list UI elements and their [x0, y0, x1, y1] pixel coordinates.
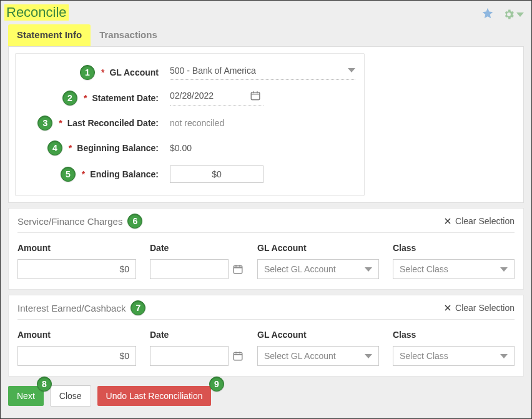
tab-statement-info[interactable]: Statement Info [8, 24, 91, 46]
interest-date-input[interactable] [150, 346, 229, 366]
section-title-interest: Interest Earned/Cashback [17, 303, 126, 313]
interest-gl-label: GL Account [257, 330, 379, 340]
calendar-icon[interactable] [232, 350, 244, 362]
select-placeholder: Select GL Account [264, 264, 336, 274]
close-icon [444, 217, 451, 225]
step-badge-7: 7 [131, 300, 145, 315]
step-badge-6: 6 [127, 214, 142, 229]
required-marker: * [101, 67, 104, 77]
required-marker: * [69, 143, 72, 153]
statement-date-label: Statement Date: [92, 93, 159, 103]
beginning-balance-label: Beginning Balance: [77, 143, 159, 153]
gl-account-value: 500 - Bank of America [170, 66, 256, 76]
step-badge-4: 4 [47, 140, 62, 155]
service-finance-charges-section: Service/Finance Charges 6 Clear Selectio… [8, 208, 524, 290]
clear-selection-label: Clear Selection [455, 303, 515, 313]
chevron-down-icon [500, 354, 508, 358]
page-title: Reconcile [4, 4, 69, 21]
chevron-down-icon [365, 267, 372, 272]
beginning-balance-value: $0.00 [170, 143, 192, 153]
undo-last-reconciliation-button[interactable]: Undo Last Reconciliation [97, 386, 212, 406]
gl-account-select[interactable]: 500 - Bank of America [170, 66, 355, 80]
clear-selection-label: Clear Selection [455, 216, 515, 226]
tab-transactions[interactable]: Transactions [91, 24, 166, 46]
interest-class-select[interactable]: Select Class [393, 346, 515, 366]
close-button[interactable]: Close [50, 385, 91, 407]
gear-icon[interactable] [503, 8, 524, 21]
step-badge-9: 9 [209, 377, 224, 392]
interest-amount-input[interactable] [17, 346, 136, 366]
select-placeholder: Select Class [400, 351, 448, 361]
interest-earned-section: Interest Earned/Cashback 7 Clear Selecti… [8, 295, 524, 377]
favorite-icon[interactable] [481, 7, 494, 22]
chevron-down-icon [348, 68, 355, 72]
step-badge-1: 1 [80, 65, 95, 80]
charges-date-input[interactable] [150, 259, 229, 279]
required-marker: * [84, 93, 87, 103]
ending-balance-label: Ending Balance: [90, 169, 159, 179]
svg-rect-2 [234, 353, 242, 360]
interest-gl-select[interactable]: Select GL Account [257, 346, 379, 366]
clear-selection-interest[interactable]: Clear Selection [444, 303, 515, 313]
step-badge-2: 2 [62, 91, 77, 106]
chevron-down-icon [365, 354, 372, 358]
required-marker: * [59, 118, 62, 128]
select-placeholder: Select Class [400, 264, 448, 274]
interest-date-label: Date [150, 330, 244, 340]
charges-date-label: Date [150, 243, 244, 253]
required-marker: * [82, 169, 85, 179]
chevron-down-icon [500, 267, 508, 272]
step-badge-3: 3 [37, 116, 52, 131]
charges-amount-input[interactable] [17, 259, 136, 279]
svg-rect-1 [234, 266, 242, 274]
step-badge-5: 5 [61, 167, 76, 182]
calendar-icon[interactable] [250, 90, 261, 101]
statement-form: 1 * GL Account 500 - Bank of America 2 *… [15, 53, 365, 196]
interest-class-label: Class [393, 330, 515, 340]
charges-class-select[interactable]: Select Class [393, 259, 515, 279]
charges-gl-select[interactable]: Select GL Account [257, 259, 379, 279]
select-placeholder: Select GL Account [264, 351, 336, 361]
clear-selection-charges[interactable]: Clear Selection [444, 216, 515, 226]
interest-amount-label: Amount [17, 330, 136, 340]
charges-class-label: Class [393, 243, 515, 253]
close-icon [444, 304, 451, 312]
calendar-icon[interactable] [232, 264, 244, 275]
last-reconciled-label: Last Reconciled Date: [67, 118, 159, 128]
ending-balance-input[interactable] [170, 165, 264, 183]
section-title-charges: Service/Finance Charges [17, 216, 122, 227]
charges-gl-label: GL Account [257, 243, 379, 253]
svg-rect-0 [251, 92, 260, 100]
last-reconciled-value: not reconciled [170, 118, 224, 128]
charges-amount-label: Amount [17, 243, 136, 253]
step-badge-8: 8 [37, 377, 52, 392]
statement-date-input[interactable]: 02/28/2022 [170, 91, 239, 101]
gl-account-label: GL Account [109, 67, 159, 77]
